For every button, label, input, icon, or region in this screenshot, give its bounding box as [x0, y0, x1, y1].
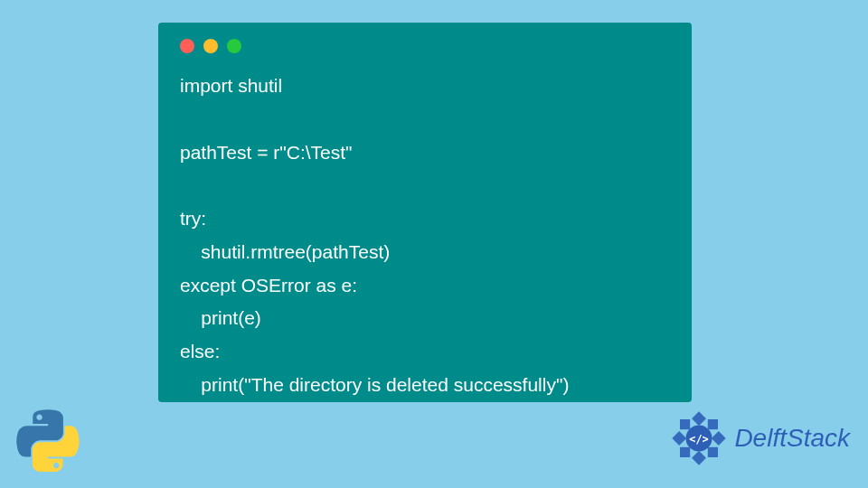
svg-text:</>: </> [690, 433, 709, 446]
maximize-icon [227, 39, 241, 53]
code-content: import shutil pathTest = r"C:\Test" try:… [180, 70, 670, 402]
close-icon [180, 39, 194, 53]
delftstack-badge-icon: </> [669, 408, 729, 468]
minimize-icon [203, 39, 218, 53]
code-window: import shutil pathTest = r"C:\Test" try:… [158, 23, 692, 402]
python-logo-icon [16, 408, 80, 472]
delftstack-brand-text: DelftStack [734, 424, 850, 453]
delftstack-logo: </> DelftStack [669, 408, 850, 468]
traffic-lights [180, 39, 670, 53]
